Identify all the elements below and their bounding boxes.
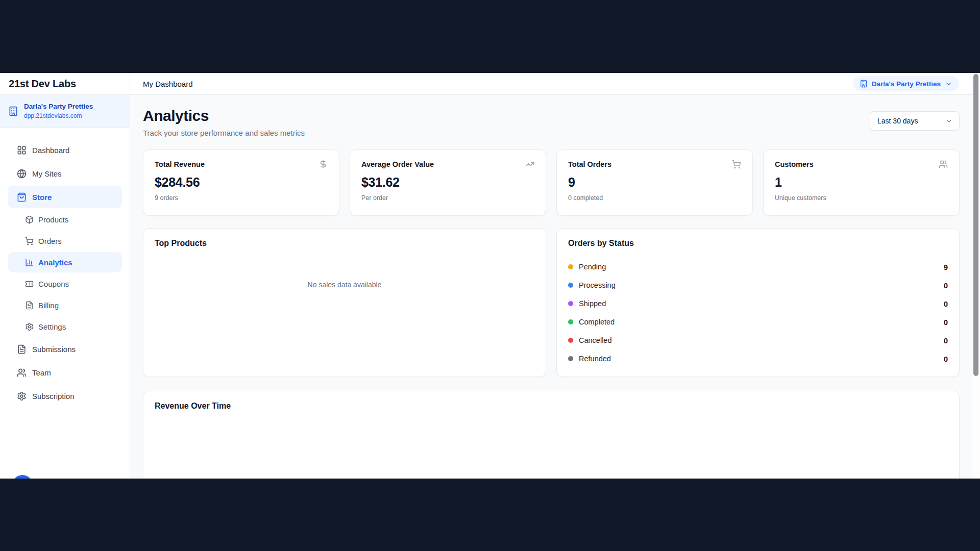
stats-grid: Total Revenue $284.56 9 orders Average O… — [143, 149, 960, 216]
sidebar-item-label: Settings — [38, 322, 66, 331]
status-dot — [568, 283, 573, 288]
status-dot — [568, 338, 573, 343]
analytics-content: Analytics Track your store performance a… — [130, 95, 980, 479]
file-text-icon — [24, 301, 34, 310]
status-value: 0 — [944, 336, 948, 345]
stat-label: Total Revenue — [155, 160, 205, 168]
sidebar-item-settings[interactable]: Settings — [8, 316, 122, 337]
gear-icon — [24, 322, 34, 331]
sidebar-item-label: Subscription — [32, 392, 75, 400]
sidebar-item-label: Submissions — [32, 345, 76, 354]
sidebar-item-label: Orders — [38, 237, 62, 245]
sidebar-item-my-sites[interactable]: My Sites — [8, 162, 122, 185]
building-icon — [860, 80, 868, 88]
sidebar-item-orders[interactable]: Orders — [8, 231, 122, 251]
status-dot — [568, 356, 573, 361]
status-row-processing: Processing 0 — [568, 276, 948, 294]
stat-label: Average Order Value — [361, 160, 434, 168]
stat-subtext: 9 orders — [155, 194, 328, 202]
stat-card-customers: Customers 1 Unique customers — [763, 149, 960, 216]
app-window: 21st Dev Labs Darla's Party Pretties dpp… — [0, 73, 980, 479]
status-value: 0 — [944, 281, 948, 290]
page-head: Analytics Track your store performance a… — [143, 107, 960, 137]
sidebar-item-label: Dashboard — [32, 146, 69, 155]
shopping-bag-icon — [16, 192, 27, 202]
status-label: Refunded — [579, 355, 611, 363]
trending-up-icon — [525, 160, 534, 169]
status-dot — [568, 301, 573, 306]
stat-card-total-revenue: Total Revenue $284.56 9 orders — [143, 149, 339, 216]
top-products-panel: Top Products No sales data available — [143, 228, 546, 377]
package-icon — [24, 215, 34, 224]
stat-subtext: 0 completed — [568, 194, 741, 202]
current-site-card[interactable]: Darla's Party Pretties dpp.21stdevlabs.c… — [0, 95, 130, 128]
stat-label: Customers — [775, 160, 814, 168]
status-label: Completed — [579, 318, 615, 326]
status-row-completed: Completed 0 — [568, 313, 948, 331]
scrollbar-track[interactable] — [972, 73, 980, 479]
orders-by-status-panel: Orders by Status Pending 9 Processing 0 — [556, 228, 960, 377]
status-value: 9 — [944, 263, 948, 271]
users-icon — [16, 368, 27, 378]
date-range-select[interactable]: Last 30 days — [870, 111, 960, 131]
sidebar-item-subscription[interactable]: Subscription — [8, 385, 122, 407]
empty-state-message: No sales data available — [155, 281, 534, 289]
page-breadcrumb-title: My Dashboard — [143, 80, 193, 88]
sidebar-item-label: Billing — [38, 301, 59, 310]
chevron-down-icon — [945, 80, 952, 88]
stat-subtext: Unique customers — [775, 194, 948, 202]
sidebar-item-team[interactable]: Team — [8, 361, 122, 384]
site-name: Darla's Party Pretties — [24, 103, 93, 111]
page-title: Analytics — [143, 107, 305, 124]
status-dot — [568, 264, 573, 269]
status-label: Shipped — [579, 299, 606, 308]
stat-card-average-order-value: Average Order Value $31.62 Per order — [350, 149, 546, 216]
status-value: 0 — [944, 299, 948, 308]
sidebar-item-label: Analytics — [38, 258, 72, 267]
sidebar-item-submissions[interactable]: Submissions — [8, 338, 122, 360]
stat-value: 9 — [568, 175, 741, 190]
stat-subtext: Per order — [361, 194, 534, 202]
layout-grid-icon — [16, 145, 27, 155]
stat-card-total-orders: Total Orders 9 0 completed — [556, 149, 753, 216]
stat-value: 1 — [775, 175, 948, 190]
site-switcher-label: Darla's Party Pretties — [872, 80, 941, 88]
sidebar-item-coupons[interactable]: Coupons — [8, 273, 122, 294]
stat-value: $284.56 — [155, 175, 328, 190]
site-switcher-button[interactable]: Darla's Party Pretties — [853, 76, 959, 91]
sidebar-item-label: Coupons — [38, 280, 69, 288]
sidebar-item-analytics[interactable]: Analytics — [8, 252, 122, 272]
sidebar-item-store[interactable]: Store — [8, 186, 122, 208]
dollar-icon — [318, 160, 328, 169]
shopping-cart-icon — [24, 237, 34, 245]
sidebar-item-label: My Sites — [32, 169, 62, 178]
status-list: Pending 9 Processing 0 Shipped 0 — [568, 258, 948, 368]
panel-title: Revenue Over Time — [155, 402, 948, 411]
building-icon — [8, 106, 18, 116]
ticket-icon — [24, 280, 34, 288]
panels-row: Top Products No sales data available Ord… — [143, 228, 960, 377]
brand-title: 21st Dev Labs — [0, 73, 130, 95]
scrollbar-thumb[interactable] — [973, 74, 978, 376]
revenue-over-time-panel: Revenue Over Time — [143, 391, 960, 479]
status-label: Processing — [579, 281, 616, 289]
sidebar-nav: Dashboard My Sites Store Products Orders — [0, 128, 130, 467]
sidebar-item-label: Store — [32, 193, 52, 202]
status-row-shipped: Shipped 0 — [568, 294, 948, 313]
users-icon — [939, 160, 948, 169]
panel-title: Top Products — [155, 239, 534, 248]
status-label: Cancelled — [579, 336, 612, 344]
sidebar-item-dashboard[interactable]: Dashboard — [8, 139, 122, 161]
user-avatar[interactable] — [12, 475, 33, 479]
globe-icon — [16, 169, 27, 179]
sidebar-item-products[interactable]: Products — [8, 209, 122, 230]
main-area: My Dashboard Darla's Party Pretties Anal… — [130, 73, 980, 479]
chevron-down-icon — [945, 117, 953, 125]
status-value: 0 — [944, 355, 948, 363]
sidebar: 21st Dev Labs Darla's Party Pretties dpp… — [0, 73, 130, 479]
date-range-value: Last 30 days — [877, 117, 918, 125]
status-value: 0 — [944, 318, 948, 327]
site-domain: dpp.21stdevlabs.com — [24, 112, 93, 119]
bar-chart-icon — [24, 258, 34, 267]
sidebar-item-billing[interactable]: Billing — [8, 295, 122, 315]
